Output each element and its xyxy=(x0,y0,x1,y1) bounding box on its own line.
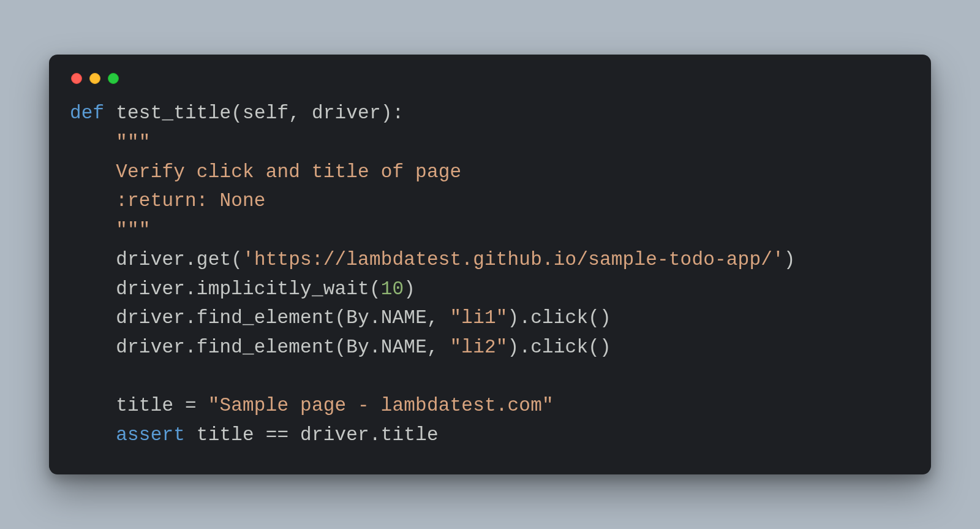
number-10: 10 xyxy=(381,278,404,300)
indent xyxy=(70,307,116,329)
method-click: click xyxy=(530,337,588,358)
indent xyxy=(70,132,116,153)
method-get: get xyxy=(197,249,231,270)
paren-open: ( xyxy=(335,307,347,329)
ident-driver: driver xyxy=(116,307,185,329)
docstring-line: Verify click and title of page xyxy=(116,161,461,183)
dot: . xyxy=(369,424,381,446)
code-block: def test_title(self, driver): """ Verify… xyxy=(70,99,910,450)
docstring-close: """ xyxy=(116,219,150,241)
dot: . xyxy=(185,307,197,329)
keyword-assert: assert xyxy=(116,424,185,446)
eq-eq: == xyxy=(254,424,300,446)
dot: . xyxy=(519,337,530,358)
docstring-open: """ xyxy=(116,132,150,153)
string-url: 'https://lambdatest.github.io/sample-tod… xyxy=(243,249,784,270)
ident-driver: driver xyxy=(116,278,185,300)
close-icon[interactable] xyxy=(71,73,82,84)
dot: . xyxy=(185,278,197,300)
dot: . xyxy=(519,307,530,329)
assign: = xyxy=(173,395,208,416)
paren-open: ( xyxy=(335,337,347,358)
space xyxy=(104,102,116,124)
docstring-line: :return: None xyxy=(116,190,265,211)
code-window: def test_title(self, driver): """ Verify… xyxy=(49,55,931,474)
dot: . xyxy=(185,337,197,358)
comma: , xyxy=(427,307,450,329)
indent xyxy=(70,219,116,241)
ident-driver: driver xyxy=(300,424,369,446)
attr-title: title xyxy=(381,424,439,446)
empty-parens: () xyxy=(588,337,611,358)
window-titlebar xyxy=(70,72,910,99)
comma: , xyxy=(288,102,312,124)
minimize-icon[interactable] xyxy=(89,73,100,84)
param-driver: driver xyxy=(312,102,381,124)
string-li1: "li1" xyxy=(450,307,508,329)
indent xyxy=(70,337,116,358)
ident-driver: driver xyxy=(116,337,185,358)
dot: . xyxy=(185,249,197,270)
function-name: test_title xyxy=(116,102,231,124)
paren-close-colon: ): xyxy=(381,102,404,124)
comma: , xyxy=(427,337,450,358)
empty-parens: () xyxy=(588,307,611,329)
string-li2: "li2" xyxy=(450,337,508,358)
ident-by: By xyxy=(346,307,369,329)
paren-open: ( xyxy=(231,102,243,124)
ident-title: title xyxy=(197,424,254,446)
indent xyxy=(70,278,116,300)
space xyxy=(185,424,197,446)
dot: . xyxy=(369,307,381,329)
indent xyxy=(70,190,116,211)
indent xyxy=(70,249,116,270)
attr-name: NAME xyxy=(381,307,427,329)
attr-name: NAME xyxy=(381,337,427,358)
dot: . xyxy=(369,337,381,358)
paren-open: ( xyxy=(231,249,243,270)
paren-close: ) xyxy=(784,249,796,270)
paren-close: ) xyxy=(404,278,415,300)
method-find-element: find_element xyxy=(197,307,335,329)
string-title: "Sample page - lambdatest.com" xyxy=(208,395,554,416)
method-find-element: find_element xyxy=(197,337,335,358)
ident-by: By xyxy=(346,337,369,358)
ident-driver: driver xyxy=(116,249,185,270)
keyword-def: def xyxy=(70,102,104,124)
paren-open: ( xyxy=(369,278,381,300)
zoom-icon[interactable] xyxy=(108,73,119,84)
indent xyxy=(70,161,116,183)
paren-close: ) xyxy=(508,307,519,329)
ident-title: title xyxy=(116,395,173,416)
param-self: self xyxy=(243,102,288,124)
indent xyxy=(70,395,116,416)
indent xyxy=(70,424,116,446)
method-implicitly-wait: implicitly_wait xyxy=(197,278,369,300)
method-click: click xyxy=(530,307,588,329)
paren-close: ) xyxy=(508,337,519,358)
